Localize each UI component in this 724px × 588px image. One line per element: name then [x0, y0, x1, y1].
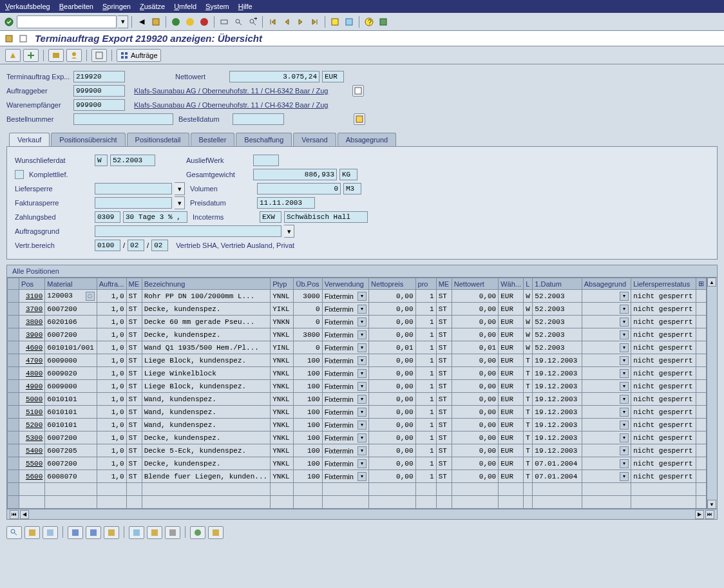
- command-field[interactable]: [17, 15, 117, 28]
- tab-versand[interactable]: Versand: [293, 133, 336, 146]
- col-header[interactable]: Pos: [19, 278, 45, 290]
- col-header[interactable]: Nettowert: [452, 278, 498, 290]
- first-page-icon[interactable]: [266, 15, 279, 28]
- menu-zusaetze[interactable]: Zusätze: [140, 3, 165, 10]
- ft-btn-4[interactable]: [68, 526, 83, 539]
- dropdown-icon[interactable]: ▾: [620, 318, 629, 327]
- ft-btn-5[interactable]: [86, 526, 101, 539]
- row-selector[interactable]: [8, 444, 19, 457]
- col-header[interactable]: ME: [436, 278, 452, 290]
- table-row[interactable]: 3800 6020106 1,0 ST Decke 60 mm gerade P…: [8, 316, 707, 328]
- shortcut-icon[interactable]: [343, 15, 356, 28]
- table-row[interactable]: 5400 6007205 1,0 ST Decke 5-Eck, kundens…: [8, 444, 707, 457]
- col-header[interactable]: Liefersperrestatus: [631, 278, 696, 290]
- liefersperre-dropdown-icon[interactable]: ▾: [175, 182, 185, 195]
- menu-system[interactable]: System: [205, 3, 229, 10]
- table-row[interactable]: 4800 6009020 1,0 ST Liege Winkelblock YN…: [8, 367, 707, 380]
- scroll-last-icon[interactable]: ⏭: [705, 510, 714, 519]
- menu-springen[interactable]: Springen: [102, 3, 131, 10]
- dropdown-icon[interactable]: ▾: [620, 305, 629, 314]
- dropdown-icon[interactable]: ▾: [620, 356, 629, 365]
- dropdown-icon[interactable]: ▾: [357, 343, 367, 352]
- dropdown-icon[interactable]: ▾: [620, 472, 629, 481]
- terminauftrag-input[interactable]: [73, 71, 125, 82]
- incoterms-text[interactable]: [284, 211, 368, 223]
- app-btn-5[interactable]: [91, 49, 107, 62]
- vertical-scrollbar[interactable]: ▲ ▼: [707, 278, 717, 509]
- dropdown-icon[interactable]: ▾: [357, 459, 367, 468]
- dropdown-icon[interactable]: ▾: [357, 305, 367, 314]
- dropdown-icon[interactable]: ▾: [357, 395, 367, 404]
- vertrbereich-3[interactable]: [151, 240, 168, 251]
- row-selector[interactable]: [8, 432, 19, 444]
- row-selector[interactable]: [8, 303, 19, 316]
- row-selector[interactable]: [8, 406, 19, 419]
- row-selector[interactable]: [8, 354, 19, 367]
- incoterms-code[interactable]: [260, 211, 281, 223]
- table-row[interactable]: 4900 6009000 1,0 ST Liege Block, kundens…: [8, 380, 707, 393]
- dropdown-icon[interactable]: ▾: [620, 382, 629, 391]
- table-row[interactable]: 5200 6010101 1,0 ST Wand, kundenspez. YN…: [8, 419, 707, 432]
- ft-btn-11[interactable]: [208, 526, 224, 539]
- col-header[interactable]: Bezeichnung: [142, 278, 271, 290]
- row-selector[interactable]: [8, 316, 19, 328]
- row-selector[interactable]: [8, 367, 19, 380]
- menu-verkaufsbeleg[interactable]: Verkaufsbeleg: [5, 3, 50, 10]
- col-header[interactable]: Auftra...: [97, 278, 126, 290]
- help-icon[interactable]: ?: [363, 15, 376, 28]
- tab-positionsuebersicht[interactable]: Positionsübersicht: [51, 133, 125, 146]
- table-settings-icon[interactable]: ⊞: [698, 280, 704, 287]
- komplettlief-checkbox[interactable]: [15, 170, 24, 179]
- bestelldatum-input[interactable]: [233, 113, 284, 125]
- back-green-icon[interactable]: [169, 15, 182, 28]
- col-header[interactable]: pro: [415, 278, 436, 290]
- ft-btn-3[interactable]: [43, 526, 58, 539]
- table-row[interactable]: 5300 6007200 1,0 ST Decke, kundenspez. Y…: [8, 432, 707, 444]
- fakturasperre-input[interactable]: [95, 197, 172, 209]
- vertrbereich-1[interactable]: [95, 240, 120, 251]
- app-btn-auftraege[interactable]: Aufträge: [117, 49, 161, 62]
- dropdown-icon[interactable]: ▾: [357, 421, 367, 430]
- dropdown-icon[interactable]: ▾: [620, 446, 629, 455]
- dropdown-icon[interactable]: ▾: [620, 343, 629, 352]
- scroll-right-icon[interactable]: ▶: [695, 510, 704, 519]
- dropdown-icon[interactable]: ▾: [357, 292, 367, 301]
- row-selector[interactable]: [8, 380, 19, 393]
- ft-btn-6[interactable]: [104, 526, 119, 539]
- col-header[interactable]: 1.Datum: [533, 278, 582, 290]
- row-selector[interactable]: [8, 457, 19, 470]
- dropdown-icon[interactable]: ▾: [357, 446, 367, 455]
- scroll-up-icon[interactable]: ▲: [707, 278, 716, 287]
- app-btn-1[interactable]: [5, 49, 21, 62]
- col-header[interactable]: Material: [45, 278, 97, 290]
- dropdown-icon[interactable]: ▾: [357, 433, 367, 442]
- dropdown-icon[interactable]: ▾: [620, 408, 629, 417]
- tab-beschaffung[interactable]: Beschaffung: [236, 133, 292, 146]
- back-icon[interactable]: ◀: [135, 15, 148, 28]
- row-selector[interactable]: [8, 290, 19, 303]
- dropdown-icon[interactable]: ▾: [357, 382, 367, 391]
- scroll-first-icon[interactable]: ⏮: [10, 510, 19, 519]
- prev-page-icon[interactable]: [280, 15, 293, 28]
- exit-yellow-icon[interactable]: [184, 15, 196, 28]
- table-row[interactable]: 3900 6007200 1,0 ST Decke, kundenspez. Y…: [8, 328, 707, 341]
- dropdown-icon[interactable]: ▾: [620, 395, 629, 404]
- menu-hilfe[interactable]: Hilfe: [238, 3, 252, 10]
- wunschlieferdat-input[interactable]: [110, 155, 155, 166]
- auftragsgrund-input[interactable]: [95, 225, 281, 237]
- command-dropdown-icon[interactable]: ▾: [118, 15, 128, 28]
- col-header[interactable]: Nettopreis: [369, 278, 415, 290]
- dropdown-icon[interactable]: ▾: [357, 369, 367, 378]
- f4-help-icon[interactable]: ◌: [86, 292, 95, 301]
- ft-btn-9[interactable]: [165, 526, 180, 539]
- auftraggeber-input[interactable]: [73, 85, 125, 97]
- col-header[interactable]: Üb.Pos: [294, 278, 322, 290]
- print-icon[interactable]: [218, 15, 231, 28]
- row-selector[interactable]: [8, 393, 19, 406]
- tab-absagegrund[interactable]: Absagegrund: [338, 133, 396, 146]
- ft-btn-10[interactable]: [190, 526, 205, 539]
- ft-btn-2[interactable]: [24, 526, 40, 539]
- fakturasperre-dropdown-icon[interactable]: ▾: [175, 196, 185, 209]
- vertrbereich-2[interactable]: [128, 240, 144, 251]
- tab-positionsdetail[interactable]: Positionsdetail: [127, 133, 189, 146]
